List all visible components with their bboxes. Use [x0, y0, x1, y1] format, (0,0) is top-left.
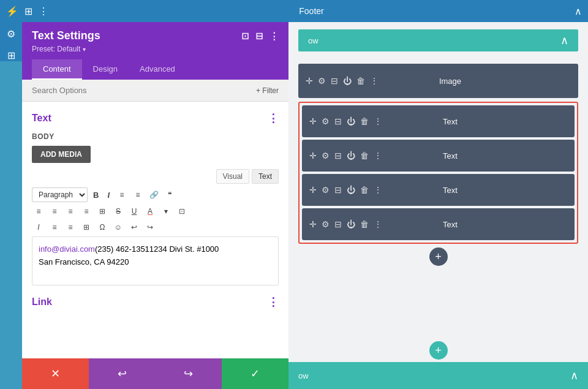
add-icon[interactable]: ✛: [309, 219, 317, 229]
align-left-button[interactable]: ≡: [32, 205, 45, 218]
tab-design[interactable]: Design: [82, 59, 129, 80]
quote-button[interactable]: ❝: [163, 188, 176, 202]
align-center-button[interactable]: ≡: [48, 205, 61, 218]
ul-button[interactable]: ≡: [115, 188, 129, 202]
more-icon[interactable]: ⋮: [374, 185, 382, 195]
settings-icon[interactable]: ⚙: [322, 116, 330, 126]
delete-icon[interactable]: 🗑: [360, 185, 369, 195]
outdent-button[interactable]: ≡: [64, 221, 77, 234]
align-right-button[interactable]: ≡: [64, 205, 77, 218]
align-justify-button[interactable]: ≡: [80, 205, 93, 218]
cancel-button[interactable]: ✕: [22, 358, 89, 389]
bottom-row-arrow[interactable]: ∧: [570, 369, 578, 382]
settings-icon[interactable]: ⚙: [322, 219, 330, 229]
clone-icon[interactable]: ⊟: [334, 219, 342, 229]
settings-icon[interactable]: ⚙: [322, 185, 330, 195]
add-section-button[interactable]: +: [429, 341, 448, 360]
fullscreen-editor-button[interactable]: ⊞: [80, 221, 93, 234]
panel-more-icon[interactable]: ⋮: [270, 31, 279, 42]
footer-collapse-icon[interactable]: ∧: [575, 6, 582, 17]
toolbar-row-2: ≡ ≡ ≡ ≡ ⊞ S U A ▾ ⊡: [32, 205, 279, 218]
underline-button[interactable]: U: [127, 205, 141, 218]
redo-button[interactable]: ↪: [156, 358, 222, 389]
paragraph-select[interactable]: Paragraph: [32, 187, 88, 202]
delete-icon[interactable]: 🗑: [356, 76, 365, 86]
text-module-label-2: Text: [443, 151, 458, 161]
more-icon[interactable]: ⋮: [374, 219, 382, 229]
add-module-button[interactable]: +: [429, 247, 448, 266]
clone-icon[interactable]: ⊟: [334, 151, 342, 161]
preset-selector[interactable]: Preset: Default ▾: [32, 45, 279, 53]
layout-icon[interactable]: ⊞: [7, 50, 15, 61]
delete-icon[interactable]: 🗑: [360, 219, 369, 229]
table-button[interactable]: ⊞: [96, 205, 109, 218]
grid-icon[interactable]: ⊞: [24, 6, 32, 17]
undo-editor-button[interactable]: ↩: [127, 221, 141, 234]
editor-tab-visual[interactable]: Visual: [216, 169, 249, 184]
text-module-block-3: ✛ ⚙ ⊟ ⏻ 🗑 ⋮ Text: [302, 174, 575, 206]
power-icon[interactable]: ⏻: [347, 219, 355, 229]
editor-tab-text[interactable]: Text: [252, 169, 279, 184]
panel-header-icons: ⊡ ⊟ ⋮: [241, 31, 279, 42]
color-arrow[interactable]: ▾: [159, 205, 173, 218]
tab-advanced[interactable]: Advanced: [129, 59, 186, 80]
power-icon[interactable]: ⏻: [343, 76, 352, 86]
more-icon[interactable]: ⋮: [370, 76, 379, 86]
color-button[interactable]: A: [143, 205, 157, 218]
text-section-more[interactable]: ⋮: [268, 111, 279, 125]
strikethrough-button[interactable]: S: [111, 205, 125, 218]
email-link[interactable]: info@diviai.com: [39, 244, 95, 254]
italic-button[interactable]: I: [104, 189, 113, 201]
toolbar-row-1: Paragraph B I ≡ ≡ 🔗 ❝: [32, 187, 279, 202]
editor-tabs: Visual Text: [32, 169, 279, 184]
body-label: Body: [32, 132, 279, 141]
settings-icon[interactable]: ⚙: [322, 151, 330, 161]
add-icon[interactable]: ✛: [306, 76, 313, 86]
ol-button[interactable]: ≡: [131, 188, 145, 202]
filter-button[interactable]: + Filter: [256, 86, 279, 95]
settings-icon[interactable]: ⚙: [318, 76, 326, 86]
add-icon[interactable]: ✛: [309, 185, 317, 195]
preset-arrow: ▾: [83, 46, 86, 53]
settings-icon[interactable]: ⚙: [7, 28, 15, 40]
delete-icon[interactable]: 🗑: [360, 116, 369, 126]
power-icon[interactable]: ⏻: [347, 116, 355, 126]
add-icon[interactable]: ✛: [309, 116, 317, 126]
undo-button[interactable]: ↩: [89, 358, 156, 389]
more-icon[interactable]: ⋮: [374, 151, 382, 161]
save-button[interactable]: ✓: [222, 358, 288, 389]
delete-icon[interactable]: 🗑: [360, 151, 369, 161]
power-icon[interactable]: ⏻: [347, 185, 355, 195]
add-icon[interactable]: ✛: [309, 151, 317, 161]
clone-icon[interactable]: ⊟: [334, 185, 342, 195]
power-icon[interactable]: ⏻: [347, 151, 355, 161]
link-section-more[interactable]: ⋮: [268, 295, 279, 309]
bold-button[interactable]: B: [90, 189, 102, 201]
clone-icon[interactable]: ⊟: [334, 116, 342, 126]
more-icon[interactable]: ⋮: [39, 6, 48, 17]
add-media-button[interactable]: ADD MEDIA: [32, 146, 91, 163]
text-block-3-icons: ✛ ⚙ ⊟ ⏻ 🗑 ⋮: [309, 185, 382, 195]
panel-title: Text Settings: [32, 29, 100, 42]
split-icon[interactable]: ⊟: [255, 31, 263, 42]
italic2-button[interactable]: I: [32, 221, 45, 234]
indent-button[interactable]: ≡: [48, 221, 61, 234]
row-arrow[interactable]: ∧: [560, 34, 568, 47]
left-panel: Text Settings ⊡ ⊟ ⋮ Preset: Default ▾ Co…: [22, 22, 288, 389]
right-panel: ow ∧ ✛ ⚙ ⊟ ⏻ 🗑 ⋮ Image: [288, 22, 588, 389]
clone-icon[interactable]: ⊟: [331, 76, 338, 86]
omega-button[interactable]: Ω: [96, 221, 109, 234]
emoji-button[interactable]: ☺: [111, 221, 125, 234]
format-button[interactable]: ⊡: [175, 205, 189, 218]
more-icon[interactable]: ⋮: [374, 116, 382, 126]
editor-content[interactable]: info@diviai.com(235) 462-13511234 Divi S…: [32, 236, 279, 285]
redo-editor-button[interactable]: ↪: [143, 221, 157, 234]
link-button[interactable]: 🔗: [147, 188, 160, 202]
fullscreen-icon[interactable]: ⊡: [241, 31, 249, 42]
lightning-icon[interactable]: ⚡: [6, 6, 18, 17]
text-block-2-icons: ✛ ⚙ ⊟ ⏻ 🗑 ⋮: [309, 151, 382, 161]
bottom-bar: ✕ ↩ ↪ ✓: [22, 358, 288, 389]
text-section-title: Text: [32, 113, 51, 124]
search-input[interactable]: [32, 86, 251, 95]
tab-content[interactable]: Content: [32, 59, 82, 80]
